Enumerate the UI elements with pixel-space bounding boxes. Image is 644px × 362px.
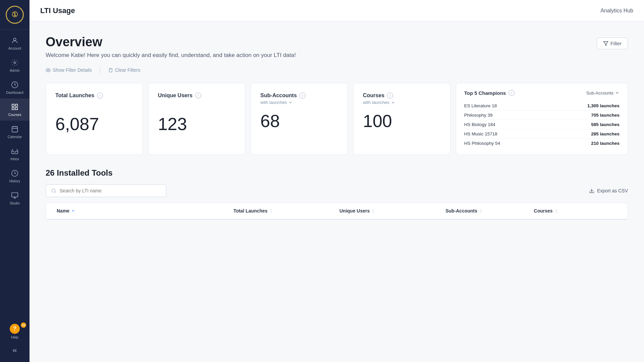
- sidebar: Account Admin Dashboard: [0, 0, 30, 362]
- topbar: LTI Usage Analytics Hub: [30, 0, 644, 21]
- total-launches-value: 6,087: [55, 115, 133, 134]
- export-icon: [589, 188, 594, 193]
- th-courses[interactable]: Courses: [531, 203, 620, 219]
- sidebar-item-admin[interactable]: Admin: [0, 54, 30, 76]
- sidebar-item-calendar[interactable]: Calendar: [0, 121, 30, 143]
- chevron-down-icon: [288, 101, 292, 105]
- champion-row: HS Biology 184 585 launches: [464, 120, 620, 129]
- search-input[interactable]: [60, 188, 161, 193]
- svg-point-17: [52, 189, 55, 192]
- champions-header: Top 5 Champions i Sub-Accounts: [464, 90, 620, 96]
- unique-users-info-icon[interactable]: i: [195, 93, 201, 99]
- eye-icon: [46, 68, 51, 73]
- sidebar-item-help[interactable]: 10 ? Help: [0, 320, 30, 343]
- champion-row: ES Literature 18 1,305 launches: [464, 101, 620, 111]
- admin-icon: [10, 58, 19, 67]
- courses-info-icon[interactable]: i: [387, 93, 393, 99]
- filter-separator: [100, 67, 100, 73]
- sidebar-item-admin-label: Admin: [10, 68, 20, 72]
- sidebar-item-studio[interactable]: Studio: [0, 187, 30, 209]
- filter-icon: [603, 41, 608, 46]
- stat-card-courses: Courses i with launches 100: [353, 83, 450, 155]
- svg-point-16: [48, 69, 49, 71]
- search-icon: [51, 188, 56, 193]
- history-icon: [10, 169, 19, 178]
- courses-title: Courses: [363, 93, 384, 99]
- help-icon: ?: [10, 324, 20, 334]
- sidebar-item-dashboard-label: Dashboard: [6, 90, 23, 95]
- sidebar-item-history[interactable]: History: [0, 165, 30, 187]
- clear-filters-button[interactable]: Clear Filters: [108, 67, 140, 73]
- main-container: LTI Usage Analytics Hub Overview Filter …: [30, 0, 644, 362]
- studio-icon: [10, 191, 19, 200]
- search-box[interactable]: [46, 184, 166, 197]
- sidebar-item-calendar-label: Calendar: [8, 135, 22, 139]
- page-title: LTI Usage: [40, 6, 75, 15]
- champion-name: Philosophy 39: [464, 113, 493, 118]
- champions-title-row: Top 5 Champions i: [464, 90, 515, 96]
- sort-arrows-launches-icon: [269, 209, 273, 213]
- sub-accounts-title: Sub-Accounts: [260, 93, 297, 99]
- stats-row: Total Launches i 6,087 Unique Users i 1: [46, 83, 628, 155]
- tools-table: Name Total Launches Unique Users Su: [46, 202, 628, 220]
- th-unique-users[interactable]: Unique Users: [337, 203, 443, 219]
- stat-card-champions: Top 5 Champions i Sub-Accounts ES Litera…: [456, 83, 628, 155]
- th-sub-accounts[interactable]: Sub-Accounts: [443, 203, 531, 219]
- sidebar-item-inbox[interactable]: Inbox: [0, 143, 30, 165]
- champion-launches: 285 launches: [591, 131, 620, 136]
- svg-point-1: [14, 62, 16, 64]
- sort-arrows-subaccounts-icon: [479, 209, 483, 213]
- th-total-launches[interactable]: Total Launches: [231, 203, 337, 219]
- sidebar-nav: Account Admin Dashboard: [0, 29, 30, 320]
- tools-toolbar: Export as CSV: [46, 184, 628, 197]
- help-badge-count: 10: [21, 322, 26, 328]
- champions-info-icon[interactable]: i: [508, 90, 515, 96]
- welcome-message: Welcome Katie! Here you can quickly and …: [46, 52, 628, 59]
- champion-name: HS Philosophy 54: [464, 141, 500, 146]
- sub-accounts-value: 68: [260, 112, 338, 131]
- sidebar-bottom: 10 ? Help: [0, 320, 30, 362]
- collapse-sidebar-button[interactable]: [0, 343, 30, 358]
- sidebar-item-dashboard[interactable]: Dashboard: [0, 76, 30, 99]
- svg-point-0: [13, 38, 16, 41]
- champions-list: ES Literature 18 1,305 launches Philosop…: [464, 101, 620, 148]
- champion-launches: 705 launches: [591, 113, 620, 118]
- total-launches-header: Total Launches i: [55, 93, 133, 99]
- chevron-down-courses-icon: [391, 101, 395, 105]
- total-launches-title: Total Launches: [55, 93, 94, 99]
- champion-name: HS Biology 184: [464, 122, 495, 127]
- stat-card-unique-users: Unique Users i 123: [148, 83, 246, 155]
- sub-accounts-info-icon[interactable]: i: [300, 93, 306, 99]
- champions-dropdown-button[interactable]: Sub-Accounts: [586, 90, 620, 96]
- total-launches-info-icon[interactable]: i: [97, 93, 103, 99]
- champion-launches: 210 launches: [591, 141, 620, 146]
- sort-asc-icon: [71, 209, 75, 213]
- th-name[interactable]: Name: [54, 203, 231, 219]
- svg-marker-15: [603, 42, 608, 46]
- show-filter-details-button[interactable]: Show Filter Details: [46, 67, 92, 73]
- sub-accounts-subtitle[interactable]: with launches: [260, 100, 338, 105]
- champions-title: Top 5 Champions: [464, 90, 506, 96]
- analytics-hub-link[interactable]: Analytics Hub: [600, 8, 633, 14]
- unique-users-header: Unique Users i: [158, 93, 236, 99]
- installed-tools-title: 26 Installed Tools: [46, 168, 628, 178]
- svg-line-18: [55, 192, 56, 193]
- courses-subtitle[interactable]: with launches: [363, 100, 441, 105]
- show-filter-label: Show Filter Details: [53, 67, 92, 73]
- logo[interactable]: [0, 0, 30, 29]
- sidebar-item-courses[interactable]: Courses: [0, 99, 30, 121]
- svg-rect-7: [12, 127, 18, 132]
- sidebar-item-courses-label: Courses: [8, 113, 21, 117]
- champion-name: ES Literature 18: [464, 103, 497, 108]
- export-csv-button[interactable]: Export as CSV: [589, 188, 628, 193]
- champion-launches: 585 launches: [591, 122, 620, 127]
- sidebar-item-inbox-label: Inbox: [10, 157, 19, 161]
- courses-icon: [10, 103, 19, 111]
- sidebar-item-history-label: History: [9, 179, 20, 183]
- sidebar-item-account[interactable]: Account: [0, 32, 30, 54]
- filter-button[interactable]: Filter: [597, 38, 628, 49]
- courses-header: Courses i: [363, 93, 441, 99]
- overview-header: Overview Filter: [46, 35, 628, 49]
- clear-filters-label: Clear Filters: [115, 67, 140, 73]
- courses-value: 100: [363, 112, 441, 131]
